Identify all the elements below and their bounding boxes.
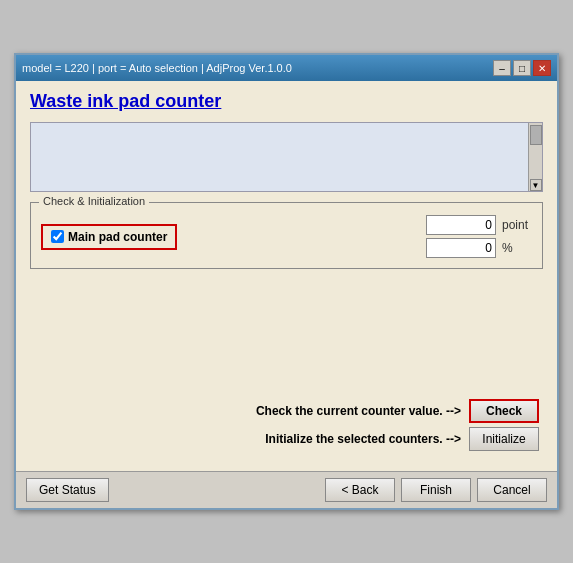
minimize-button[interactable]: – bbox=[493, 60, 511, 76]
scroll-down-arrow[interactable]: ▼ bbox=[530, 179, 542, 191]
main-pad-counter-row: Main pad counter point % bbox=[41, 215, 532, 258]
maximize-button[interactable]: □ bbox=[513, 60, 531, 76]
cancel-button[interactable]: Cancel bbox=[477, 478, 547, 502]
main-pad-counter-label: Main pad counter bbox=[68, 230, 167, 244]
group-box-label: Check & Initialization bbox=[39, 195, 149, 207]
main-pad-counter-checkbox[interactable] bbox=[51, 230, 64, 243]
counter-values: point % bbox=[426, 215, 532, 258]
back-button[interactable]: < Back bbox=[325, 478, 395, 502]
main-pad-counter-checkbox-wrapper: Main pad counter bbox=[41, 224, 177, 250]
title-bar-text: model = L220 | port = Auto selection | A… bbox=[22, 62, 292, 74]
initialize-button[interactable]: Initialize bbox=[469, 427, 539, 451]
check-button[interactable]: Check bbox=[469, 399, 539, 423]
initialize-action-label: Initialize the selected counters. --> bbox=[265, 432, 461, 446]
point-counter-input[interactable] bbox=[426, 215, 496, 235]
percent-counter-row: % bbox=[426, 238, 532, 258]
percent-counter-input[interactable] bbox=[426, 238, 496, 258]
close-button[interactable]: ✕ bbox=[533, 60, 551, 76]
title-bar: model = L220 | port = Auto selection | A… bbox=[16, 55, 557, 81]
initialize-action-row: Initialize the selected counters. --> In… bbox=[265, 427, 539, 451]
info-text-area: ▼ bbox=[30, 122, 543, 192]
check-action-label: Check the current counter value. --> bbox=[256, 404, 461, 418]
scrollbar-thumb[interactable] bbox=[530, 125, 542, 145]
finish-button[interactable]: Finish bbox=[401, 478, 471, 502]
percent-unit-label: % bbox=[502, 241, 532, 255]
content-area: Waste ink pad counter ▼ Check & Initiali… bbox=[16, 81, 557, 471]
spacer bbox=[30, 279, 543, 399]
scrollbar-vertical[interactable]: ▼ bbox=[528, 123, 542, 191]
title-bar-controls: – □ ✕ bbox=[493, 60, 551, 76]
footer: Get Status < Back Finish Cancel bbox=[16, 471, 557, 508]
point-unit-label: point bbox=[502, 218, 532, 232]
point-counter-row: point bbox=[426, 215, 532, 235]
page-title: Waste ink pad counter bbox=[30, 91, 543, 112]
check-action-row: Check the current counter value. --> Che… bbox=[256, 399, 539, 423]
main-window: model = L220 | port = Auto selection | A… bbox=[14, 53, 559, 510]
check-initialization-group: Check & Initialization Main pad counter … bbox=[30, 202, 543, 269]
get-status-button[interactable]: Get Status bbox=[26, 478, 109, 502]
action-area: Check the current counter value. --> Che… bbox=[30, 399, 543, 451]
